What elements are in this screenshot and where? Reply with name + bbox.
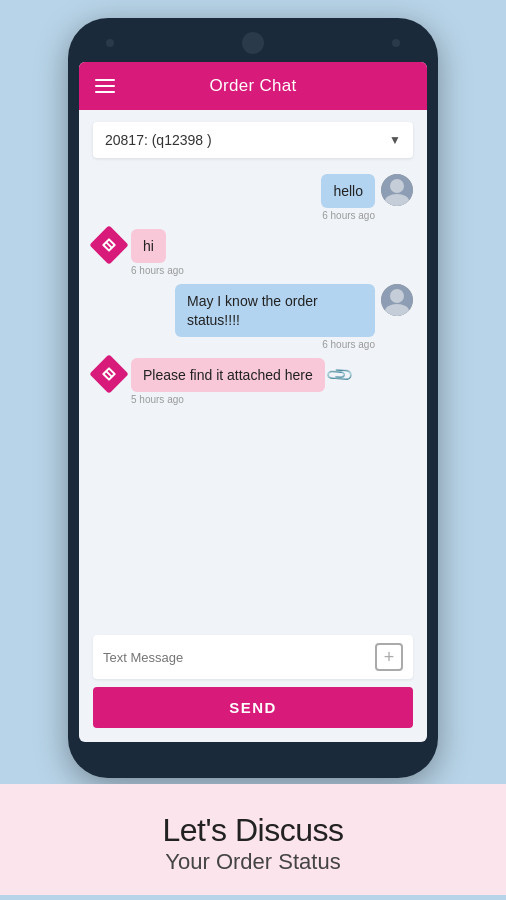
message-text: hello: [333, 183, 363, 199]
phone-device: Order Chat 20817: (q12398 ) ▼ hello 6 ho…: [68, 18, 438, 778]
message-time: 6 hours ago: [322, 210, 375, 221]
phone-dot-left: [106, 39, 114, 47]
app-header: Order Chat: [79, 62, 427, 110]
hamburger-menu[interactable]: [95, 79, 115, 93]
avatar-person-icon: [381, 174, 413, 206]
bubble-wrap: hello 6 hours ago: [321, 174, 375, 221]
avatar: [381, 284, 413, 316]
diamond-avatar: [93, 358, 125, 390]
message-input[interactable]: [103, 650, 367, 665]
message-time: 6 hours ago: [322, 339, 375, 350]
dropdown-value: 20817: (q12398 ): [105, 132, 212, 148]
message-text: May I know the order status!!!!: [187, 293, 318, 327]
bottom-subtitle: Your Order Status: [16, 849, 490, 875]
phone-dot-right: [392, 39, 400, 47]
bubble-wrap: Please find it attached here 📎 5 hours a…: [131, 358, 351, 405]
message-time: 6 hours ago: [131, 265, 184, 276]
message-bubble: hello: [321, 174, 375, 208]
message-input-area: +: [93, 635, 413, 679]
diamond-icon: [89, 225, 129, 265]
message-bubble: May I know the order status!!!!: [175, 284, 375, 336]
avatar-person-icon: [381, 284, 413, 316]
send-button[interactable]: SEND: [93, 687, 413, 728]
diamond-inner: [102, 367, 116, 381]
attachment-icon: 📎: [324, 359, 355, 390]
attach-button[interactable]: +: [375, 643, 403, 671]
message-text: Please find it attached here: [143, 367, 313, 383]
phone-top-bar: [78, 32, 428, 62]
diamond-inner: [102, 238, 116, 252]
message-bubble: Please find it attached here: [131, 358, 325, 392]
phone-camera: [242, 32, 264, 54]
diamond-icon: [89, 354, 129, 394]
message-text: hi: [143, 238, 154, 254]
message-bubble: hi: [131, 229, 166, 263]
dropdown-arrow-icon: ▼: [389, 133, 401, 147]
message-row: May I know the order status!!!! 6 hours …: [93, 284, 413, 349]
app-title: Order Chat: [209, 76, 296, 96]
chat-area: hello 6 hours ago hi: [79, 166, 427, 629]
avatar: [381, 174, 413, 206]
bubble-wrap: hi 6 hours ago: [131, 229, 184, 276]
bottom-section: Let's Discuss Your Order Status: [0, 784, 506, 895]
message-row: hello 6 hours ago: [93, 174, 413, 221]
diamond-avatar: [93, 229, 125, 261]
message-row: hi 6 hours ago: [93, 229, 413, 276]
bottom-title: Let's Discuss: [16, 812, 490, 849]
bubble-wrap: May I know the order status!!!! 6 hours …: [175, 284, 375, 349]
order-dropdown[interactable]: 20817: (q12398 ) ▼: [93, 122, 413, 158]
message-row: Please find it attached here 📎 5 hours a…: [93, 358, 413, 405]
bubble-attach-row: Please find it attached here 📎: [131, 358, 351, 392]
phone-screen: Order Chat 20817: (q12398 ) ▼ hello 6 ho…: [79, 62, 427, 742]
message-time: 5 hours ago: [131, 394, 184, 405]
